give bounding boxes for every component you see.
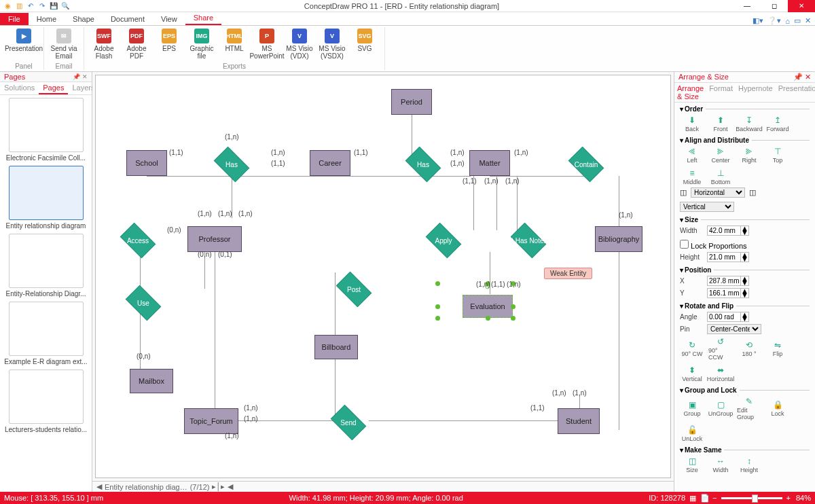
page-thumb[interactable]: Electronic Facsimile Coll... xyxy=(3,98,89,162)
btn-ungroup[interactable]: ▢UnGroup xyxy=(708,399,733,417)
btn-horizontal[interactable]: ⬌Horizontal xyxy=(708,365,733,382)
maximize-button[interactable]: ◻ xyxy=(761,0,788,12)
qat-open-icon[interactable]: ▥ xyxy=(14,1,24,11)
status-grid-icon[interactable]: ▦ xyxy=(689,494,696,503)
qat-print-icon[interactable]: 🔍 xyxy=(60,1,70,11)
tab-shape[interactable]: Shape xyxy=(65,13,103,25)
restore-icon[interactable]: ▭ xyxy=(794,16,801,25)
tab-view[interactable]: View xyxy=(153,13,185,25)
relation-access[interactable]: Access xyxy=(116,226,160,255)
relation-has2[interactable]: Has xyxy=(401,150,445,179)
btn-front[interactable]: ⬆Front xyxy=(708,115,733,132)
tab-file[interactable]: File xyxy=(0,13,29,25)
ribbon-adobe-flash[interactable]: SWFAdobe Flash xyxy=(88,27,120,60)
btn-lock[interactable]: 🔒Lock xyxy=(765,399,790,417)
relation-post[interactable]: Post xyxy=(332,275,376,304)
ribbon-ms-powerpoint[interactable]: PMS PowerPoint xyxy=(251,27,283,60)
selection-handle[interactable] xyxy=(435,304,440,309)
selection-handle[interactable] xyxy=(486,316,490,321)
btn-center[interactable]: ⫸Center xyxy=(708,146,733,164)
view-icon[interactable]: ◧▾ xyxy=(753,16,763,25)
rtab-arrange[interactable]: Arrange & Size xyxy=(674,83,706,102)
ribbon-svg[interactable]: SVGSVG xyxy=(349,27,380,60)
ribbon-ms-visio-vdx-[interactable]: VMS Visio (VDX) xyxy=(284,27,315,60)
btn-backward[interactable]: ↧Backward xyxy=(737,115,761,132)
qat-undo-icon[interactable]: ↶ xyxy=(26,1,35,11)
entity-bibliography[interactable]: Bibliography xyxy=(595,226,642,252)
mdi-close-icon[interactable]: ✕ xyxy=(805,16,811,25)
page-thumb[interactable]: Entity relationship diagram xyxy=(3,166,89,230)
qat-new-icon[interactable]: ◉ xyxy=(3,1,12,11)
btn-forward[interactable]: ↥Forward xyxy=(765,115,790,132)
zoom-in-icon[interactable]: + xyxy=(786,494,791,502)
value-input[interactable] xyxy=(708,253,740,262)
qat-redo-icon[interactable]: ↷ xyxy=(37,1,47,11)
pin-select[interactable]: Center-Center xyxy=(707,324,761,334)
page-thumb[interactable]: Lecturers-students relatio... xyxy=(3,370,89,433)
ribbon-ms-visio-vsdx-[interactable]: VMS Visio (VSDX) xyxy=(316,27,348,60)
subtab-pages[interactable]: Pages xyxy=(39,82,68,94)
btn-flip[interactable]: ⇋Flip xyxy=(765,340,790,357)
btn-top[interactable]: ⊤Top xyxy=(765,146,790,164)
qat-save-icon[interactable]: 💾 xyxy=(49,1,58,11)
entity-evaluation[interactable]: Evaluation xyxy=(463,295,513,318)
btn-width[interactable]: ↔Width xyxy=(708,456,733,473)
relation-contain[interactable]: Contain xyxy=(564,150,608,179)
btn--cw[interactable]: ↻90° CW xyxy=(680,340,704,357)
pages-panel-pin-icon[interactable]: 📌 ✕ xyxy=(73,73,88,80)
entity-student[interactable]: Student xyxy=(558,408,600,434)
btn-size[interactable]: ◫Size xyxy=(680,456,704,473)
btn-height[interactable]: ↕Height xyxy=(737,456,761,473)
zoom-out-icon[interactable]: − xyxy=(712,494,717,502)
entity-billboard[interactable]: Billboard xyxy=(314,335,358,359)
selection-handle[interactable] xyxy=(511,304,515,309)
rtab-presentation[interactable]: Presentation xyxy=(776,83,815,102)
ribbon-send-via-email[interactable]: ✉Send via Email xyxy=(48,27,79,60)
relation-apply[interactable]: Apply xyxy=(422,226,465,255)
btn-unlock[interactable]: 🔓UnLock xyxy=(680,425,704,442)
selection-handle[interactable] xyxy=(511,316,515,321)
ribbon-adobe-pdf[interactable]: PDFAdobe PDF xyxy=(121,27,152,60)
btn-middle[interactable]: ≡Middle xyxy=(680,168,704,185)
value-input[interactable] xyxy=(708,276,740,285)
relation-send[interactable]: Send xyxy=(327,408,370,437)
dist-v-icon[interactable]: ◫ xyxy=(749,188,756,197)
dist-h-icon[interactable]: ◫ xyxy=(680,188,687,197)
status-page-icon[interactable]: 📄 xyxy=(700,494,710,503)
entity-mailbox[interactable]: Mailbox xyxy=(130,369,173,393)
tab-share[interactable]: Share xyxy=(185,12,221,25)
entity-topicforum[interactable]: Topic_Forum xyxy=(184,408,238,434)
tabbar-scroll-icon[interactable]: ◀ xyxy=(228,482,233,491)
tabbar-doc[interactable]: Entity relationship diag… xyxy=(105,483,187,491)
help-icon[interactable]: ❔▾ xyxy=(767,16,781,25)
tab-document[interactable]: Document xyxy=(103,13,153,25)
ribbon-graphic-file[interactable]: IMGGraphic file xyxy=(186,27,217,60)
btn-vertical[interactable]: ⬍Vertical xyxy=(680,365,704,382)
close-button[interactable]: ✕ xyxy=(788,0,815,12)
dist-v-select[interactable]: Vertical xyxy=(680,202,734,212)
dist-h-select[interactable]: Horizontal xyxy=(691,187,745,198)
tabbar-next-icon[interactable]: ▸│▸ xyxy=(212,482,225,491)
zoom-slider[interactable] xyxy=(721,497,782,499)
relation-use[interactable]: Use xyxy=(122,289,165,317)
btn-group[interactable]: ▣Group xyxy=(680,399,704,417)
page-thumb[interactable]: Entity-Relationship Diagr... xyxy=(3,234,89,298)
home-icon[interactable]: ⌂ xyxy=(785,17,790,25)
relation-ithasnotes[interactable]: It Has Notes xyxy=(507,226,550,255)
btn-edit-group[interactable]: ✎Edit Group xyxy=(737,396,761,420)
btn--[interactable]: ⟲180 ° xyxy=(737,340,761,357)
page-thumb[interactable]: Example E-R diagram ext... xyxy=(3,302,89,365)
ribbon-html[interactable]: HTMLHTML xyxy=(219,27,250,60)
value-input[interactable] xyxy=(708,312,740,321)
value-input[interactable] xyxy=(708,289,740,298)
rtab-format[interactable]: Format xyxy=(706,83,736,102)
ribbon-presentation[interactable]: ▶Presentation xyxy=(8,27,39,52)
btn--ccw[interactable]: ↺90° CCW xyxy=(708,336,733,361)
entity-career[interactable]: Career xyxy=(310,150,350,176)
entity-school[interactable]: School xyxy=(126,150,167,176)
relation-has1[interactable]: Has xyxy=(210,150,253,179)
selection-handle[interactable] xyxy=(435,281,440,286)
diagram-canvas[interactable]: PeriodSchoolCareerMatterBibliographyProf… xyxy=(95,75,671,478)
subtab-solutions[interactable]: Solutions xyxy=(0,82,39,94)
entity-professor[interactable]: Professor xyxy=(187,226,242,252)
